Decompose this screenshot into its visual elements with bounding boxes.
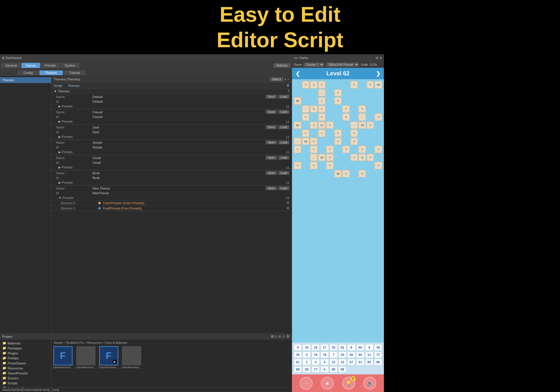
presets-label-6[interactable]: ▼ Presets <box>58 196 73 200</box>
nav-right-arrow[interactable]: ❯ <box>376 70 380 77</box>
project-icon-4[interactable]: ⚠ <box>282 334 285 338</box>
load-btn-5[interactable]: Load <box>278 171 289 175</box>
puzzle-cell-7-2[interactable]: = <box>310 138 318 145</box>
nav-left-arrow[interactable]: ❮ <box>296 70 300 77</box>
num-btn-3-3[interactable]: 89 <box>294 366 302 373</box>
presets-label-4[interactable]: ▶ Presets <box>58 165 72 169</box>
save-btn-4[interactable]: Save <box>266 156 277 160</box>
puzzle-cell-9-9[interactable]: = <box>367 154 374 161</box>
el-settings-6-0[interactable]: ⚙ <box>286 201 289 205</box>
puzzle-cell-8-4[interactable]: + <box>326 146 334 153</box>
save-btn-3[interactable]: Save <box>266 141 277 144</box>
asset-item-1[interactable]: LiberationSans... <box>75 346 96 369</box>
presets-label-1[interactable]: ▶ Presets <box>58 120 72 124</box>
project-icon-1[interactable]: ⊞ <box>271 334 274 338</box>
sound-button[interactable]: 🔊 <box>363 377 376 390</box>
puzzle-cell-0-9[interactable]: = <box>367 81 374 89</box>
tab-general[interactable]: General <box>1 63 21 68</box>
num-btn-2-7[interactable]: 12 <box>338 359 346 365</box>
save-btn-0[interactable]: Save <box>266 95 277 99</box>
num-btn-3-8[interactable]: 98 <box>338 366 346 373</box>
puzzle-cell-4-6[interactable]: = <box>342 113 350 121</box>
puzzle-cell-5-4[interactable]: = <box>326 121 334 129</box>
refresh-button[interactable]: Refresh <box>273 63 291 68</box>
load-btn-0[interactable]: Load <box>278 95 289 99</box>
tab-games[interactable]: Games <box>21 63 40 68</box>
display-select[interactable]: Display 1 <box>303 62 324 67</box>
puzzle-cell-4-10[interactable]: = <box>375 113 382 121</box>
load-btn-2[interactable]: Load <box>278 125 289 129</box>
asset-item-0[interactable]: F LiberationSans... <box>53 346 73 369</box>
el-settings-6-1[interactable]: ⚙ <box>286 206 289 210</box>
puzzle-cell-11-8[interactable]: = <box>358 170 366 178</box>
menu-button[interactable]: ··· <box>300 377 313 390</box>
num-btn-0-6[interactable]: 8 <box>347 344 355 351</box>
puzzle-cell-11-6[interactable]: + <box>342 170 350 178</box>
presets-label-2[interactable]: ▶ Presets <box>58 135 72 139</box>
num-btn-2-1[interactable]: 77 <box>374 352 382 358</box>
remove-icon[interactable]: − <box>288 77 289 81</box>
num-btn-0-3[interactable]: 17 <box>321 344 328 351</box>
puzzle-cell-10-2[interactable]: = <box>310 162 318 169</box>
num-btn-0-2[interactable]: 16 <box>312 344 320 351</box>
puzzle-cell-9-3[interactable]: 16 <box>318 154 326 161</box>
num-btn-3-1[interactable]: 82 <box>365 359 373 365</box>
num-btn-0-7[interactable]: 60 <box>356 344 364 351</box>
puzzle-cell-2-0[interactable]: 56 <box>294 97 301 105</box>
tree-item-resources[interactable]: 📁 Resources <box>0 366 51 371</box>
asset-item-3[interactable]: LiberationSans... <box>121 346 142 369</box>
num-btn-3-0[interactable]: 51 <box>356 359 364 365</box>
num-btn-2-6[interactable]: 12 <box>330 359 338 365</box>
num-btn-1-5[interactable]: 7 <box>330 352 338 358</box>
puzzle-cell-4-8[interactable]: - <box>358 113 366 121</box>
num-btn-3-5[interactable]: 77 <box>312 366 320 373</box>
star-button[interactable]: ★ <box>321 377 334 390</box>
tree-item-packages[interactable]: 📁 Packages <box>0 346 51 351</box>
num-btn-2-0[interactable]: 11 <box>365 352 373 358</box>
tab-system[interactable]: System <box>60 63 80 68</box>
num-btn-1-4[interactable]: 78 <box>321 352 328 358</box>
puzzle-cell-3-6[interactable]: + <box>342 105 350 113</box>
presets-label-5[interactable]: ▶ Presets <box>58 181 72 185</box>
puzzle-cell-3-3[interactable]: = <box>318 105 326 113</box>
select-button[interactable]: Select <box>270 77 284 81</box>
puzzle-cell-3-1[interactable]: - <box>302 105 310 113</box>
puzzle-cell-10-10[interactable]: = <box>375 162 382 169</box>
project-icon-3[interactable]: ◎ <box>278 334 281 338</box>
num-btn-2-2[interactable]: 61 <box>294 359 302 365</box>
sub-tab-config[interactable]: Config <box>18 70 39 75</box>
presets-label-3[interactable]: ▶ Presets <box>58 150 72 154</box>
puzzle-cell-0-10[interactable]: 33 <box>375 81 382 89</box>
puzzle-cell-9-8[interactable]: 4 <box>358 154 366 161</box>
num-btn-1-6[interactable]: 33 <box>338 352 346 358</box>
load-btn-1[interactable]: Load <box>278 110 289 114</box>
puzzle-cell-0-3[interactable]: = <box>318 81 326 89</box>
puzzle-cell-7-5[interactable]: + <box>334 138 342 145</box>
project-icon-2[interactable]: ▷ <box>275 334 277 338</box>
sidebar-item-themes[interactable]: Themes <box>0 77 51 83</box>
num-btn-1-0[interactable]: 36 <box>374 344 382 351</box>
puzzle-cell-5-7[interactable]: - <box>350 121 358 129</box>
sub-tab-themes[interactable]: Themes <box>39 70 63 75</box>
num-btn-0-0[interactable]: 9 <box>294 344 302 351</box>
num-btn-2-8[interactable]: 67 <box>347 359 355 365</box>
presets-label-0[interactable]: ▶ Presets <box>58 104 72 108</box>
puzzle-cell-6-1[interactable]: + <box>302 129 310 137</box>
num-btn-0-8[interactable]: 4 <box>365 344 373 351</box>
puzzle-cell-2-5[interactable]: = <box>334 97 342 105</box>
sub-tab-tutorial[interactable]: Tutorial <box>63 70 86 75</box>
puzzle-cell-2-3[interactable]: / <box>318 97 326 105</box>
puzzle-cell-5-3[interactable]: 17 <box>318 121 326 129</box>
puzzle-cell-8-2[interactable]: + <box>310 146 318 153</box>
puzzle-cell-4-3[interactable]: = <box>318 113 326 121</box>
puzzle-cell-0-1[interactable]: + <box>302 81 310 89</box>
puzzle-cell-9-2[interactable]: - <box>310 154 318 161</box>
num-btn-0-1[interactable]: 10 <box>303 344 311 351</box>
puzzle-cell-8-6[interactable]: = <box>342 146 350 153</box>
num-btn-3-7[interactable]: 80 <box>330 366 338 373</box>
load-btn-3[interactable]: Load <box>278 141 289 144</box>
tree-item-plugins[interactable]: 📁 Plugins <box>0 351 51 356</box>
tree-item-scripts[interactable]: 📁 Scripts <box>0 381 51 386</box>
puzzle-cell-7-7[interactable]: = <box>350 138 358 145</box>
num-btn-2-3[interactable]: 1 <box>303 359 311 365</box>
